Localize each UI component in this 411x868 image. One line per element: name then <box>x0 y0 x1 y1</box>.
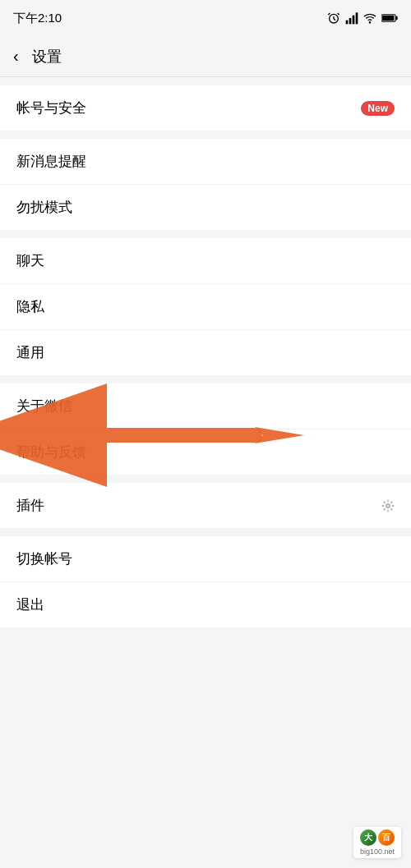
dnd-label: 勿扰模式 <box>16 198 395 217</box>
svg-rect-4 <box>356 12 358 24</box>
settings-group-notifications: 新消息提醒 勿扰模式 <box>0 139 411 230</box>
settings-item-help[interactable]: 帮助与反馈 <box>0 429 411 475</box>
settings-item-logout[interactable]: 退出 <box>0 582 411 627</box>
settings-item-switch-account[interactable]: 切换帐号 <box>0 536 411 582</box>
settings-group-account-switch: 切换帐号 退出 <box>0 536 411 627</box>
svg-rect-8 <box>396 16 398 20</box>
status-time: 下午2:10 <box>13 11 62 26</box>
settings-item-dnd[interactable]: 勿扰模式 <box>0 185 411 230</box>
about-label: 关于微信 <box>16 397 395 416</box>
watermark-text: big100.net <box>360 847 395 856</box>
svg-rect-7 <box>382 16 394 21</box>
svg-rect-1 <box>346 21 349 25</box>
svg-point-5 <box>369 22 370 23</box>
signal-icon <box>345 11 358 25</box>
settings-item-account-security[interactable]: 帐号与安全 New <box>0 85 411 131</box>
settings-item-about[interactable]: 关于微信 <box>0 383 411 429</box>
settings-group-account: 帐号与安全 New <box>0 85 411 131</box>
plugin-label: 插件 <box>16 496 376 515</box>
account-security-label: 帐号与安全 <box>16 99 353 117</box>
settings-item-plugin[interactable]: 插件 <box>0 483 411 528</box>
watermark: 大 百 big100.net <box>353 827 401 858</box>
svg-point-9 <box>386 504 390 507</box>
settings-item-privacy[interactable]: 隐私 <box>0 284 411 330</box>
privacy-label: 隐私 <box>16 297 395 316</box>
settings-item-general[interactable]: 通用 <box>0 330 411 375</box>
settings-group-about: 关于微信 帮助与反馈 <box>0 383 411 475</box>
page-title: 设置 <box>32 47 62 67</box>
status-bar: 下午2:10 <box>0 0 411 36</box>
back-arrow-icon: ‹ <box>13 47 19 66</box>
settings-item-chat[interactable]: 聊天 <box>0 238 411 284</box>
nav-bar: ‹ 设置 <box>0 36 411 77</box>
settings-group-chat-privacy: 聊天 隐私 通用 <box>0 238 411 375</box>
settings-item-new-message[interactable]: 新消息提醒 <box>0 139 411 185</box>
back-button[interactable]: ‹ <box>13 47 19 66</box>
status-icons <box>327 11 398 25</box>
switch-account-label: 切换帐号 <box>16 549 395 568</box>
chat-label: 聊天 <box>16 251 395 270</box>
general-label: 通用 <box>16 343 395 362</box>
wifi-icon <box>363 11 376 25</box>
settings-container: 帐号与安全 New 新消息提醒 勿扰模式 聊天 隐私 通用 关于微信 帮助与反馈 <box>0 85 411 627</box>
alarm-icon <box>327 11 340 25</box>
new-badge: New <box>361 101 395 116</box>
svg-rect-2 <box>349 18 352 24</box>
settings-group-plugin: 插件 <box>0 483 411 528</box>
battery-icon <box>381 12 398 24</box>
new-message-label: 新消息提醒 <box>16 152 395 171</box>
svg-rect-3 <box>353 16 355 25</box>
help-label: 帮助与反馈 <box>16 443 395 462</box>
logout-label: 退出 <box>16 595 395 614</box>
plugin-icon <box>381 499 395 512</box>
